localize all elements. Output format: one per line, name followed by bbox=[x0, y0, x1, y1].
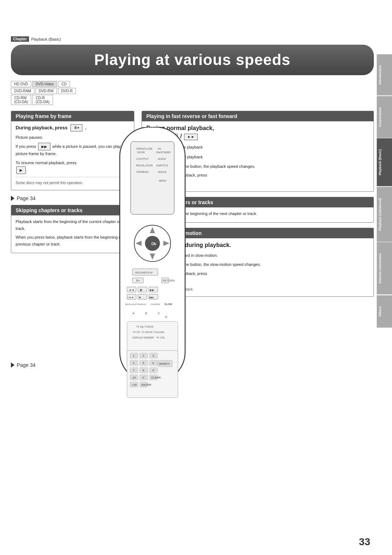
disc-dvdrw: DVD-RW bbox=[36, 88, 57, 94]
title-banner: Playing at various speeds bbox=[11, 45, 374, 75]
disc-cdr: CD-R(CD-DA) bbox=[32, 95, 53, 105]
remote-control-illustration: OPEN/CLOSE DOOR V.OUTPUT RESOLUTION TOPM… bbox=[105, 127, 200, 418]
svg-text:1: 1 bbox=[133, 354, 135, 357]
breadcrumb: Chapter Playback (Basic) bbox=[11, 36, 374, 42]
svg-text:CLEAR: CLEAR bbox=[151, 376, 161, 379]
svg-text:|◄◄: |◄◄ bbox=[128, 296, 134, 299]
svg-text:SLOW: SLOW bbox=[164, 303, 172, 305]
svg-text:AUDIO: AUDIO bbox=[158, 158, 166, 160]
svg-text:9: 9 bbox=[152, 369, 154, 372]
disc-row-1: HD DVD DVD-Video CD bbox=[11, 81, 374, 87]
svg-text:RETURN: RETURN bbox=[163, 279, 175, 282]
svg-text:RESUME/PLAY: RESUME/PLAY bbox=[135, 271, 153, 274]
svg-text:DOOR: DOOR bbox=[137, 151, 145, 154]
svg-text:MENU: MENU bbox=[159, 179, 167, 182]
disc-dvdram: DVD-RAM bbox=[11, 88, 34, 94]
svg-text:3: 3 bbox=[152, 354, 154, 357]
chapter-label: Chapter bbox=[11, 36, 29, 42]
svg-text:-10: -10 bbox=[132, 376, 136, 379]
svg-text:⏸▶: ⏸▶ bbox=[135, 279, 140, 282]
svg-text:7: 7 bbox=[133, 369, 135, 372]
svg-text:TV MUTE  TV/LOSE: TV MUTE TV/LOSE bbox=[142, 331, 164, 333]
remote-svg: OPEN/CLOSE DOOR V.OUTPUT RESOLUTION TOPM… bbox=[105, 127, 200, 418]
svg-text:OPEN/CLOSE: OPEN/CLOSE bbox=[136, 147, 153, 150]
disc-compatibility: HD DVD DVD-Video CD DVD-RAM DVD-RW DVD-R… bbox=[11, 81, 374, 105]
sidebar-item-introduction[interactable]: Introduction bbox=[377, 54, 392, 96]
disc-cd: CD bbox=[58, 81, 70, 87]
svg-text:ENTER: ENTER bbox=[142, 383, 151, 386]
svg-text:TV I/ф   TV/DVD: TV I/ф TV/DVD bbox=[136, 325, 154, 328]
svg-text:▶▶: ▶▶ bbox=[150, 288, 155, 292]
svg-text:Ok: Ok bbox=[151, 242, 156, 246]
svg-text:A: A bbox=[132, 312, 135, 315]
sidebar-item-playback-basic[interactable]: Playback (Basic) bbox=[377, 138, 392, 186]
disc-row-2: DVD-RAM DVD-RW DVD-R bbox=[11, 88, 374, 94]
svg-text:TV CH: TV CH bbox=[132, 331, 140, 333]
page-number: 33 bbox=[359, 536, 370, 548]
page-title: Playing at various speeds bbox=[25, 51, 359, 69]
fast-play-header: Playing in fast reverse or fast forward bbox=[142, 111, 373, 121]
svg-text:6: 6 bbox=[152, 361, 154, 365]
svg-text:BACKLIGHT: BACKLIGHT bbox=[125, 303, 138, 305]
svg-text:ANGLE: ANGLE bbox=[158, 171, 167, 173]
disc-cdrw: CD-RW(CD-DA) bbox=[11, 95, 31, 105]
disc-hddvd: HD DVD bbox=[11, 81, 31, 87]
svg-text:◄◄: ◄◄ bbox=[128, 288, 134, 292]
sidebar-item-playback-advanced[interactable]: Playback (Advanced) bbox=[377, 187, 392, 242]
svg-text:REPEAT: REPEAT bbox=[138, 303, 147, 305]
step-button: ▶▶ bbox=[38, 143, 50, 150]
sidebar-item-internet[interactable]: Internet connection bbox=[377, 242, 392, 295]
playing-frame-header: Playing frame by frame bbox=[11, 111, 134, 121]
svg-text:SEARCH: SEARCH bbox=[159, 362, 170, 365]
svg-text:D: D bbox=[165, 315, 167, 319]
svg-text:C: C bbox=[158, 312, 160, 315]
svg-text:4: 4 bbox=[133, 361, 135, 365]
svg-text:+10: +10 bbox=[132, 383, 137, 386]
svg-text:■: ■ bbox=[139, 296, 141, 299]
svg-text:TV VOL: TV VOL bbox=[156, 336, 165, 339]
side-tabs: Introduction Connections Playback (Basic… bbox=[377, 54, 392, 328]
breadcrumb-section: Playback (Basic) bbox=[31, 37, 61, 41]
svg-text:SUBTITLE: SUBTITLE bbox=[156, 164, 168, 167]
play-button: ▶ bbox=[16, 166, 26, 174]
sidebar-item-others[interactable]: Others bbox=[377, 295, 392, 328]
page-arrow-bottom-icon bbox=[11, 362, 15, 368]
svg-text:TOPMENU: TOPMENU bbox=[136, 171, 149, 173]
svg-text:2: 2 bbox=[143, 354, 144, 357]
disc-dvdr: DVD-R bbox=[58, 88, 76, 94]
svg-text:8: 8 bbox=[143, 369, 144, 372]
pause-button-icon: ⏸▶ bbox=[70, 124, 82, 131]
svg-text:CURSOR: CURSOR bbox=[151, 303, 160, 305]
disc-row-3: CD-RW(CD-DA) CD-R(CD-DA) bbox=[11, 95, 374, 105]
svg-text:0: 0 bbox=[143, 376, 144, 379]
svg-text:▶▶|: ▶▶| bbox=[150, 296, 154, 299]
svg-text:5: 5 bbox=[143, 361, 144, 365]
page-container: Introduction Connections Playback (Basic… bbox=[0, 0, 392, 555]
svg-text:DISPLAY  DIMMER: DISPLAY DIMMER bbox=[132, 336, 154, 339]
svg-text:B: B bbox=[145, 312, 147, 315]
svg-text:V.OUTPUT: V.OUTPUT bbox=[136, 158, 149, 160]
disc-dvdvideo: DVD-Video bbox=[32, 81, 57, 87]
sidebar-item-connections[interactable]: Connections bbox=[377, 96, 392, 138]
svg-text:RESOLUTION: RESOLUTION bbox=[136, 164, 153, 167]
svg-text:I/O: I/O bbox=[158, 147, 162, 150]
svg-text:ON/STNDBY: ON/STNDBY bbox=[156, 151, 171, 154]
svg-text:▶: ▶ bbox=[140, 288, 143, 292]
page-arrow-icon bbox=[11, 196, 15, 201]
